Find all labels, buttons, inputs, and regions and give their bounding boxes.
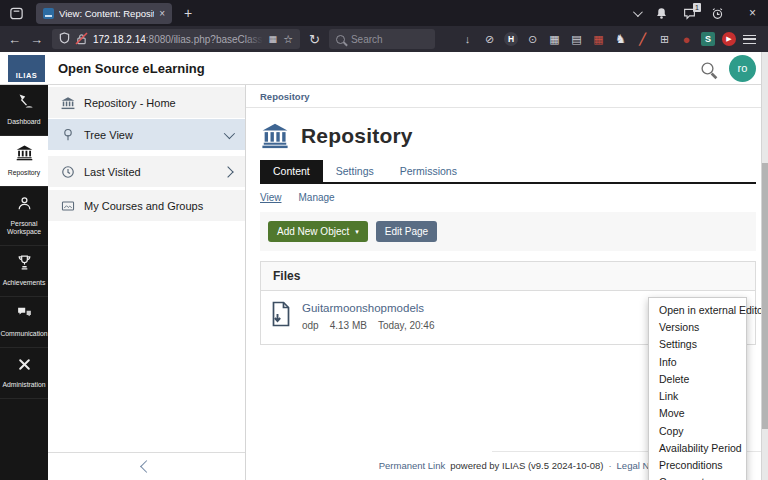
sidebar-item-last-visited[interactable]: Last Visited (48, 156, 245, 187)
lamp-icon (16, 93, 33, 114)
tab-settings[interactable]: Settings (323, 160, 387, 182)
insecure-lock-icon[interactable] (76, 33, 87, 45)
sidebar-item-administration[interactable]: Administration (0, 348, 48, 399)
caret-down-icon: ▾ (355, 228, 359, 235)
url-text[interactable]: 172.18.2.14:8080/ilias.php?baseClass=ilr… (93, 34, 263, 45)
subtab-manage[interactable]: Manage (299, 192, 335, 203)
blocker-icon[interactable]: ⊘ (482, 32, 497, 47)
bank-extension-icon[interactable]: ▤ (569, 32, 584, 47)
add-new-object-button[interactable]: Add New Object ▾ (268, 221, 368, 242)
secondary-sidebar: Repository - Home Tree View Last Visited… (48, 85, 246, 480)
page-scrollbar[interactable] (761, 52, 768, 480)
scrollbar-thumb[interactable] (762, 163, 768, 428)
h-extension-icon[interactable]: H (504, 32, 518, 46)
trophy-icon (16, 254, 33, 275)
menu-item-move[interactable]: Move (649, 405, 746, 422)
grid-extension-icon[interactable]: ▦ (547, 32, 562, 47)
sidebar-collapse-button[interactable] (48, 452, 245, 480)
key-icon[interactable]: ⊙ (525, 32, 540, 47)
file-actions-menu: Open in external Editor Versions Setting… (648, 297, 747, 480)
bookmark-star-icon[interactable]: ☆ (283, 33, 293, 46)
new-tab-button[interactable]: + (184, 5, 192, 21)
action-toolbar: Add New Object ▾ Edit Page (260, 212, 756, 251)
containers-grid-icon[interactable]: ▦ (269, 34, 278, 44)
menu-item-open-in-external-editor[interactable]: Open in external Editor (649, 302, 746, 319)
reload-icon[interactable]: ↻ (309, 32, 320, 47)
avatar[interactable]: ro (729, 55, 756, 82)
search-icon (336, 35, 345, 44)
sidebar-item-repository-home[interactable]: Repository - Home (48, 87, 245, 118)
person-icon (16, 195, 33, 216)
sidebar-item-tree-view[interactable]: Tree View (48, 119, 245, 150)
file-type: odp (302, 320, 319, 331)
sidebar-item-repository[interactable]: Repository (0, 136, 48, 187)
forward-button[interactable]: → (30, 32, 43, 47)
powered-by-text: powered by ILIAS (v9.5 2024-10-08) (450, 460, 603, 471)
edit-page-button[interactable]: Edit Page (376, 221, 437, 242)
sidebar-item-achievements[interactable]: Achievements (0, 246, 48, 297)
shield-icon[interactable] (59, 32, 70, 46)
extension-row: ↓ ⊘ H ⊙ ▦ ▤ ▦ ♞ ╱ ⊞ ● S ▶ (460, 32, 760, 47)
repository-bank-icon (260, 122, 290, 149)
card-icon (61, 199, 75, 213)
firefox-view-icon[interactable] (9, 6, 24, 21)
menu-item-availability-period[interactable]: Availability Period (649, 440, 746, 457)
red-shield-extension-icon[interactable]: ● (679, 32, 694, 47)
pen-extension-icon[interactable]: ╱ (635, 32, 650, 47)
permanent-link[interactable]: Permanent Link (379, 460, 446, 471)
menu-item-info[interactable]: Info (649, 354, 746, 371)
ilias-logo[interactable]: ILIAS (8, 55, 45, 82)
tab-close-icon[interactable]: × (159, 8, 165, 19)
menu-item-versions[interactable]: Versions (649, 319, 746, 336)
clock-icon (61, 165, 75, 179)
list-all-tabs-icon[interactable] (633, 7, 643, 17)
subtab-view[interactable]: View (260, 192, 282, 203)
main-sidebar: Dashboard Repository Personal Workspace … (0, 85, 48, 480)
back-button[interactable]: ← (8, 32, 21, 47)
window-close-icon[interactable]: × (749, 6, 756, 20)
browser-tab[interactable]: View: Content: Repositor × (36, 3, 172, 24)
speech-bubbles-icon (16, 305, 33, 326)
chevron-right-icon (222, 166, 233, 177)
tab-title: View: Content: Repositor (59, 8, 154, 19)
app-search-icon[interactable] (701, 62, 713, 74)
file-name-link[interactable]: Guitarmoonshopmodels (302, 302, 434, 314)
file-size: 4.13 MB (330, 320, 367, 331)
bell-icon[interactable] (655, 7, 668, 20)
alarm-icon[interactable] (711, 7, 724, 20)
sidebar-item-communication[interactable]: Communication (0, 297, 48, 348)
play-extension-icon[interactable]: ▶ (722, 32, 736, 46)
url-bar[interactable]: 172.18.2.14:8080/ilias.php?baseClass=ilr… (52, 29, 300, 49)
bird-extension-icon[interactable]: ♞ (613, 32, 628, 47)
chevron-down-icon (224, 127, 235, 138)
breadcrumb[interactable]: Repository (246, 85, 768, 108)
sidebar-item-dashboard[interactable]: Dashboard (0, 85, 48, 136)
browser-tab-bar: View: Content: Repositor × + 1 × (0, 0, 768, 26)
bank-icon (16, 144, 33, 165)
tab-favicon-icon (43, 8, 54, 19)
puzzle-extension-icon[interactable]: ⊞ (657, 32, 672, 47)
tab-bar: Content Settings Permissions (260, 160, 756, 184)
tools-icon (16, 356, 33, 377)
menu-item-settings[interactable]: Settings (649, 336, 746, 353)
menu-item-copy[interactable]: Copy (649, 423, 746, 440)
app-title: Open Source eLearning (58, 61, 205, 76)
sidebar-item-my-courses-and-groups[interactable]: My Courses and Groups (48, 190, 245, 221)
tab-permissions[interactable]: Permissions (387, 160, 470, 182)
menu-item-delete[interactable]: Delete (649, 371, 746, 388)
browser-toolbar: ← → 172.18.2.14:8080/ilias.php?baseClass… (0, 26, 768, 52)
menu-item-preconditions[interactable]: Preconditions (649, 457, 746, 474)
menu-item-comments[interactable]: Comments (649, 474, 746, 480)
tab-content[interactable]: Content (260, 160, 323, 182)
menu-item-link[interactable]: Link (649, 388, 746, 405)
sidebar-item-personal-workspace[interactable]: Personal Workspace (0, 187, 48, 247)
search-placeholder: Search (351, 34, 383, 45)
download-icon[interactable]: ↓ (460, 32, 475, 47)
notification-icon[interactable]: 1 (683, 7, 696, 20)
search-bar[interactable]: Search (329, 29, 435, 49)
file-download-icon (271, 301, 291, 331)
notification-badge: 1 (693, 3, 701, 12)
s-extension-icon[interactable]: S (701, 32, 715, 46)
red-grid-extension-icon[interactable]: ▦ (591, 32, 606, 47)
hamburger-menu-icon[interactable] (743, 35, 756, 44)
